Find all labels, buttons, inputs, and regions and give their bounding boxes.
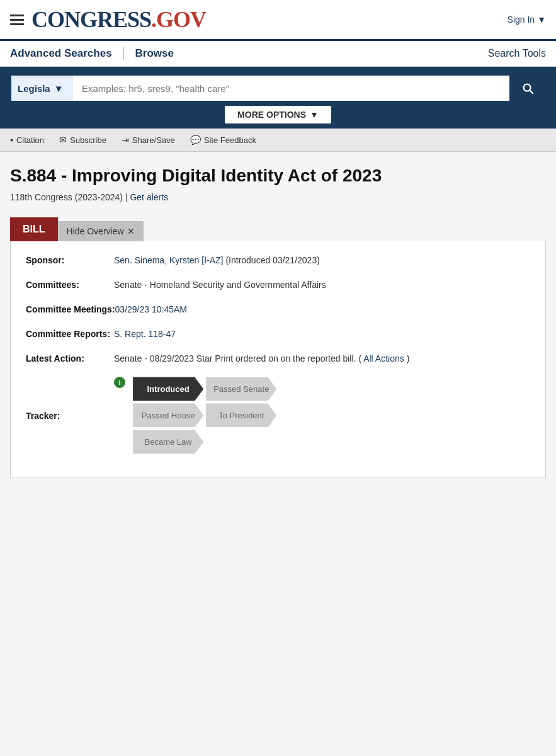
tracker-info-icon[interactable]: i xyxy=(114,377,125,388)
hide-overview-button[interactable]: Hide Overview ✕ xyxy=(58,221,144,241)
search-bar: Legisla ▼ xyxy=(10,74,546,102)
committee-meetings-row: Committee Meetings: 03/29/23 10:45AM xyxy=(26,303,530,316)
search-icon xyxy=(521,81,535,95)
committees-value: Senate - Homeland Security and Governmen… xyxy=(114,278,530,292)
tab-header: BILL Hide Overview ✕ xyxy=(10,217,546,241)
committee-meeting-link[interactable]: 03/29/23 10:45AM xyxy=(115,304,187,314)
feedback-icon: 💬 xyxy=(190,135,201,145)
get-alerts-link[interactable]: Get alerts xyxy=(130,192,168,202)
site-feedback-action[interactable]: 💬 Site Feedback xyxy=(190,135,256,145)
tracker-value: i Introduced Passed Senate Passed House xyxy=(114,377,530,454)
committee-meetings-label: Committee Meetings: xyxy=(26,303,115,314)
tracker-step-to-president: To President xyxy=(206,403,276,427)
nav-bar: Advanced Searches Browse Search Tools xyxy=(0,41,556,67)
tracker-step-introduced: Introduced xyxy=(133,377,203,401)
search-button[interactable] xyxy=(509,74,546,102)
logo-congress: CONGRESS xyxy=(31,6,151,33)
search-area: Legisla ▼ MORE OPTIONS ▼ xyxy=(0,67,556,129)
tab-container: BILL Hide Overview ✕ Sponsor: Sen. Sinem… xyxy=(10,217,546,478)
tracker-row: Tracker: i Introduced Passed Senate P xyxy=(26,377,530,454)
sign-in-button[interactable]: Sign In ▼ xyxy=(508,14,546,25)
bill-meta: 118th Congress (2023-2024) | Get alerts xyxy=(10,192,546,202)
sponsor-label: Sponsor: xyxy=(26,254,114,265)
subscribe-icon: ✉ xyxy=(59,135,67,145)
citation-action[interactable]: ▪ Citation xyxy=(10,135,44,145)
tracker-step-became-law: Became Law xyxy=(133,430,203,454)
share-icon: ⇥ xyxy=(122,135,129,145)
latest-action-label: Latest Action: xyxy=(26,352,114,364)
overview-card: Sponsor: Sen. Sinema, Kyrsten [I-AZ] (In… xyxy=(10,241,546,478)
logo-dot: . xyxy=(151,6,156,33)
committees-row: Committees: Senate - Homeland Security a… xyxy=(26,278,530,292)
hamburger-menu[interactable] xyxy=(10,14,24,25)
bill-tab[interactable]: BILL xyxy=(10,217,58,241)
committee-reports-value: S. Rept. 118-47 xyxy=(114,328,530,341)
all-actions-link[interactable]: All Actions xyxy=(363,353,404,364)
action-bar: ▪ Citation ✉ Subscribe ⇥ Share/Save 💬 Si… xyxy=(0,129,556,152)
main-content: S.884 - Improving Digital Identity Act o… xyxy=(0,152,556,491)
header-left: CONGRESS.GOV xyxy=(10,6,206,33)
bill-title: S.884 - Improving Digital Identity Act o… xyxy=(10,164,546,187)
more-options-row: MORE OPTIONS ▼ xyxy=(10,106,546,123)
share-save-action[interactable]: ⇥ Share/Save xyxy=(122,135,175,145)
site-logo: CONGRESS.GOV xyxy=(31,6,206,33)
advanced-searches-link[interactable]: Advanced Searches xyxy=(10,46,112,61)
browse-link[interactable]: Browse xyxy=(135,47,174,60)
sponsor-value: Sen. Sinema, Kyrsten [I-AZ] (Introduced … xyxy=(114,254,530,267)
sponsor-link[interactable]: Sen. Sinema, Kyrsten [I-AZ] xyxy=(114,255,224,265)
search-input[interactable] xyxy=(73,74,509,102)
sponsor-row: Sponsor: Sen. Sinema, Kyrsten [I-AZ] (In… xyxy=(26,254,530,267)
latest-action-row: Latest Action: Senate - 08/29/2023 Star … xyxy=(26,352,530,365)
search-type-dropdown[interactable]: Legisla ▼ xyxy=(10,74,73,102)
latest-action-value: Senate - 08/29/2023 Star Print ordered o… xyxy=(114,352,530,365)
search-tools-link[interactable]: Search Tools xyxy=(488,48,546,59)
site-header: CONGRESS.GOV Sign In ▼ xyxy=(0,0,556,41)
tracker-step-passed-senate: Passed Senate xyxy=(206,377,276,401)
committee-meetings-value: 03/29/23 10:45AM xyxy=(115,303,530,316)
committee-report-link[interactable]: S. Rept. 118-47 xyxy=(114,329,176,339)
citation-icon: ▪ xyxy=(10,135,13,145)
committee-reports-label: Committee Reports: xyxy=(26,328,114,339)
more-options-button[interactable]: MORE OPTIONS ▼ xyxy=(225,106,331,123)
committee-reports-row: Committee Reports: S. Rept. 118-47 xyxy=(26,328,530,341)
nav-left: Advanced Searches Browse xyxy=(10,46,174,61)
logo-gov: GOV xyxy=(156,6,206,33)
tracker-step-passed-house: Passed House xyxy=(133,403,203,427)
tracker-steps: Introduced Passed Senate Passed House To… xyxy=(133,377,276,454)
nav-divider xyxy=(123,47,124,60)
committees-label: Committees: xyxy=(26,278,114,290)
tracker-label: Tracker: xyxy=(26,410,114,421)
subscribe-action[interactable]: ✉ Subscribe xyxy=(59,135,106,145)
